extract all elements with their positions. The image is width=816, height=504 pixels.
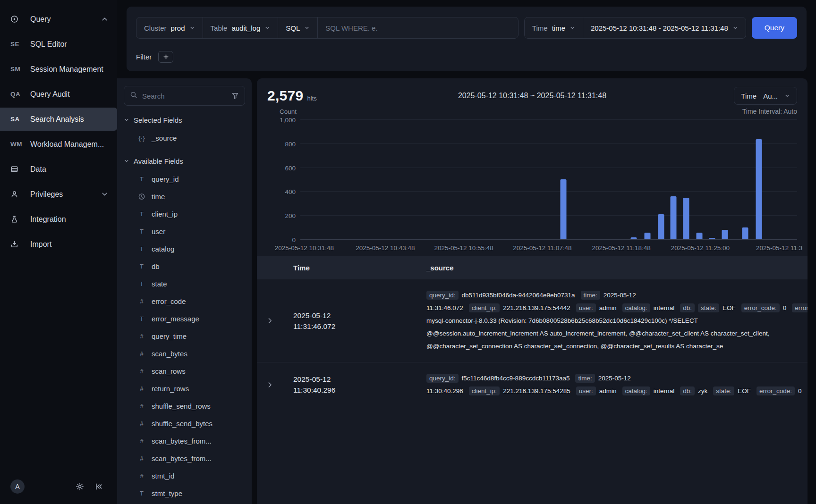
field-item[interactable]: #error_code [124, 293, 245, 310]
field-search [124, 86, 245, 106]
integration-icon [10, 215, 24, 223]
source-key-chip[interactable]: state: [713, 386, 734, 395]
column-header-time[interactable]: Time [282, 264, 417, 272]
chart-bar[interactable] [671, 196, 677, 239]
query-button[interactable]: Query [752, 17, 797, 39]
sidebar-item-badge: SA [10, 116, 24, 123]
row-expand-chevron-icon[interactable] [257, 317, 282, 325]
source-key-chip[interactable]: state: [698, 303, 719, 312]
field-item[interactable]: #scan_bytes [124, 345, 245, 362]
time-interval-select[interactable]: Time Au... [734, 87, 797, 105]
chart-bar[interactable] [683, 198, 689, 239]
field-item[interactable]: Tquery_id [124, 170, 245, 188]
field-item[interactable]: #scan_bytes_from... [124, 450, 245, 467]
sidebar-item-session-management[interactable]: SMSession Management [0, 58, 117, 81]
source-key-chip[interactable]: user: [576, 303, 596, 312]
field-type-text-icon: T [138, 490, 145, 497]
sidebar-nav: QuerySESQL EditorSMSession ManagementQAQ… [0, 8, 117, 256]
source-key-chip[interactable]: error_code: [741, 303, 780, 312]
sidebar-item-search-analysis[interactable]: SASearch Analysis [0, 108, 117, 131]
field-item[interactable]: Tcatalog [124, 240, 245, 258]
field-item[interactable]: Tdb [124, 258, 245, 275]
chart-bar[interactable] [756, 139, 762, 239]
source-key-chip[interactable]: user: [576, 386, 596, 395]
field-type-number-icon: # [138, 437, 145, 445]
query-mode-select[interactable]: SQL [278, 24, 317, 32]
date-range-picker[interactable]: 2025-05-12 10:31:48 - 2025-05-12 11:31:4… [583, 24, 746, 32]
field-item[interactable]: {·}_source [124, 129, 245, 147]
query-icon [10, 15, 24, 23]
chart-bar[interactable] [630, 237, 637, 239]
sidebar-item-integration[interactable]: Integration [0, 208, 117, 231]
source-key-chip[interactable]: catalog: [622, 303, 650, 312]
avatar[interactable]: A [10, 479, 25, 494]
field-name: query_id [152, 175, 179, 183]
field-item[interactable]: Terror_message [124, 310, 245, 328]
source-value: internal [654, 304, 674, 311]
sidebar-item-data[interactable]: Data [0, 158, 117, 181]
sidebar-item-import[interactable]: Import [0, 233, 117, 256]
chart-bar[interactable] [709, 238, 715, 239]
source-key-chip[interactable]: query_id: [426, 374, 459, 383]
source-key-chip[interactable]: client_ip: [469, 303, 500, 312]
app-root: QuerySESQL EditorSMSession ManagementQAQ… [0, 0, 816, 504]
field-item[interactable]: #shuffle_send_bytes [124, 415, 245, 432]
source-key-chip[interactable]: client_ip: [469, 386, 500, 395]
time-field-select[interactable]: Time time [525, 24, 583, 32]
chart-bar[interactable] [560, 179, 566, 239]
chart-bar[interactable] [696, 233, 702, 239]
chevron-down-icon [189, 25, 195, 31]
sidebar-item-privileges[interactable]: Privileges [0, 183, 117, 206]
sidebar-item-label: Query [30, 15, 94, 24]
source-key-chip[interactable]: catalog: [622, 386, 650, 395]
chart-bar[interactable] [645, 233, 651, 239]
source-key-chip[interactable]: db: [680, 386, 695, 395]
source-key-chip[interactable]: time: [581, 291, 600, 300]
field-search-input[interactable] [142, 92, 227, 100]
cluster-select[interactable]: Cluster prod [136, 24, 203, 32]
table-select[interactable]: Table audit_log [203, 24, 278, 32]
field-item[interactable]: Tclient_ip [124, 205, 245, 223]
source-key-chip[interactable]: error_message: [792, 303, 808, 312]
sql-where-input[interactable] [318, 24, 518, 32]
field-item[interactable]: #stmt_id [124, 467, 245, 485]
selected-fields-header[interactable]: Selected Fields [124, 110, 245, 129]
available-fields-header[interactable]: Available Fields [124, 151, 245, 170]
field-item[interactable]: #scan_bytes_from... [124, 432, 245, 450]
source-key-chip[interactable]: db: [680, 303, 695, 312]
source-value: admin [599, 387, 617, 395]
sidebar-item-query[interactable]: Query [0, 8, 117, 31]
field-item[interactable]: Tuser [124, 223, 245, 240]
field-item[interactable]: Tstmt_type [124, 485, 245, 502]
chart-bar[interactable] [742, 227, 748, 239]
source-key-chip[interactable]: error_code: [756, 386, 795, 395]
source-value: f5c11c46d8fb4cc9-889ccdcb11173aa5 [462, 375, 570, 382]
table-header: Time _source [257, 256, 808, 279]
field-item[interactable]: #return_rows [124, 380, 245, 397]
sidebar-item-sql-editor[interactable]: SESQL Editor [0, 33, 117, 56]
source-key-chip[interactable]: query_id: [426, 291, 459, 300]
time-range-controls: Time time 2025-05-12 10:31:48 - 2025-05-… [524, 17, 746, 39]
add-filter-button[interactable] [158, 51, 173, 63]
field-item[interactable]: time [124, 188, 245, 205]
column-header-source[interactable]: _source [417, 264, 808, 272]
field-item[interactable]: #query_time [124, 328, 245, 345]
source-key-chip[interactable]: time: [575, 374, 595, 383]
sidebar-item-query-audit[interactable]: QAQuery Audit [0, 83, 117, 106]
field-name: db [152, 262, 160, 270]
filter-funnel-icon[interactable] [231, 92, 239, 100]
row-expand-chevron-icon[interactable] [257, 381, 282, 389]
sidebar-item-workload-management[interactable]: WMWorkload Managem... [0, 133, 117, 156]
available-fields-list: Tquery_idtimeTclient_ipTuserTcatalogTdbT… [124, 170, 245, 502]
chart-bar[interactable] [658, 214, 664, 239]
source-value: zyk [698, 387, 707, 395]
settings-gear-icon[interactable] [76, 482, 84, 491]
sidebar-item-label: SQL Editor [30, 40, 109, 49]
results-panel: 2,579 hits 2025-05-12 10:31:48 ~ 2025-05… [257, 78, 808, 504]
field-name: catalog [152, 245, 174, 253]
field-item[interactable]: #scan_rows [124, 362, 245, 380]
chart-bar[interactable] [722, 230, 728, 239]
collapse-sidebar-icon[interactable] [94, 482, 103, 491]
field-item[interactable]: Tstate [124, 275, 245, 293]
field-item[interactable]: #shuffle_send_rows [124, 397, 245, 415]
